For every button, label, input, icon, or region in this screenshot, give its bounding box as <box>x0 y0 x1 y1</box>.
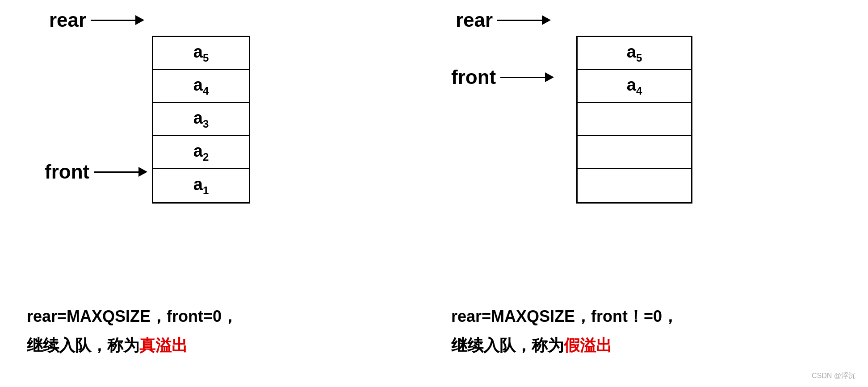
left-cell-1: a5 <box>153 37 249 70</box>
right-cell-1: a5 <box>578 37 691 70</box>
left-cell-2: a4 <box>153 70 249 103</box>
right-text-line2-highlight: 假溢出 <box>564 336 612 354</box>
right-rear-label: rear <box>456 9 493 31</box>
left-front-label-group: front <box>45 161 147 183</box>
right-text-line1: rear=MAXQSIZE，front！=0， <box>451 302 678 331</box>
right-cell-2: a4 <box>578 70 691 103</box>
right-front-arrow <box>500 72 554 82</box>
left-rear-label-group: rear <box>49 9 144 31</box>
right-rear-arrow <box>497 15 551 25</box>
left-queue-cells: a5 a4 a3 a2 a1 <box>152 36 250 204</box>
left-text-line2: 继续入队，称为真溢出 <box>27 331 238 360</box>
right-bottom-text: rear=MAXQSIZE，front！=0， 继续入队，称为假溢出 <box>451 302 678 360</box>
right-text-line2-prefix: 继续入队，称为 <box>451 336 564 354</box>
left-text-line1: rear=MAXQSIZE，front=0， <box>27 302 238 331</box>
right-cell-3 <box>578 103 691 136</box>
left-text-line2-prefix: 继续入队，称为 <box>27 336 139 354</box>
left-rear-label: rear <box>49 9 86 31</box>
right-front-label-group: front <box>451 66 554 88</box>
left-front-arrow <box>94 167 147 177</box>
left-cell-5: a1 <box>153 169 249 202</box>
left-rear-arrow <box>91 15 144 25</box>
watermark: CSDN @浮沉 <box>812 371 855 381</box>
left-cell-3: a3 <box>153 103 249 136</box>
right-cell-5 <box>578 169 691 202</box>
left-bottom-text: rear=MAXQSIZE，front=0， 继续入队，称为真溢出 <box>27 302 238 360</box>
right-front-label: front <box>451 66 496 88</box>
right-queue-table: a5 a4 <box>576 36 692 204</box>
left-queue-table: a5 a4 a3 a2 a1 <box>152 36 250 204</box>
right-rear-label-group: rear <box>456 9 551 31</box>
left-text-line2-highlight: 真溢出 <box>139 336 188 354</box>
right-queue-cells: a5 a4 <box>576 36 692 204</box>
right-cell-4 <box>578 136 691 169</box>
right-text-line2: 继续入队，称为假溢出 <box>451 331 678 360</box>
left-cell-4: a2 <box>153 136 249 169</box>
left-front-label: front <box>45 161 89 183</box>
